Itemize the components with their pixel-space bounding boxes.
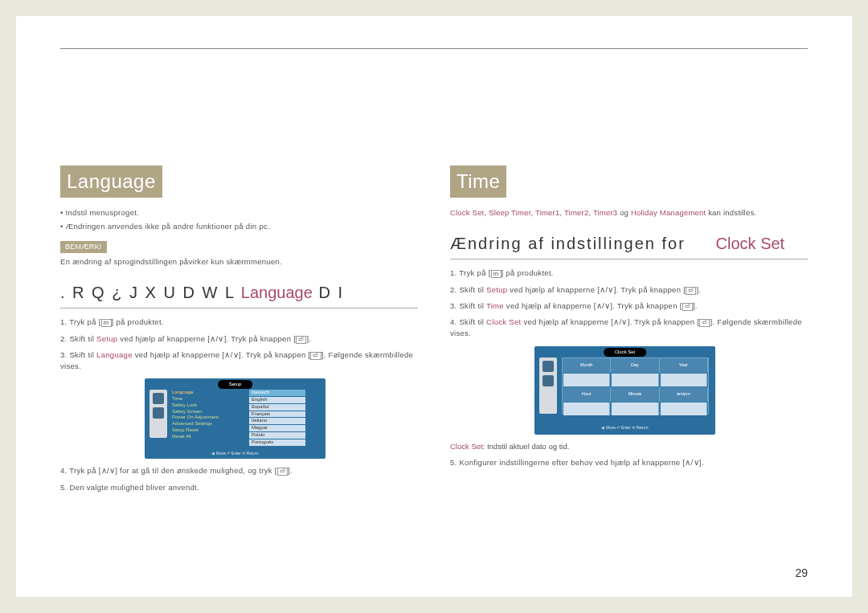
t: ]. Tryk på knappen [ [610,301,682,310]
t: Skift til [69,350,96,359]
step-2: 2. Skift til Setup ved hjælp af knappern… [60,333,418,345]
osd-header-cell: Minute [611,387,659,402]
gear-icon [542,375,554,386]
t-red: Clock Set [450,208,484,217]
t: Tryk på [ [69,317,100,326]
osd-title: Clock Set [604,348,647,357]
subhead-suffix: D I [318,284,344,301]
t: ved hjælp af knapperne [ [507,285,600,294]
t: Tryk på [ [459,268,490,277]
osd-header-row: Month Day Year [563,358,708,373]
osd-option: English [249,397,305,403]
two-column-layout: Language Indstil menusproget. Ændringen … [60,166,808,498]
osd-option: Français [249,411,305,418]
step-4: 4. Tryk på [∧/∨] for at gå til den ønske… [60,465,418,476]
t-red: Setup [96,334,117,343]
bullet-item: Ændringen anvendes ikke på andre funktio… [60,221,418,232]
config-language-heading: . R Q ¿ J X U D W L Language D I [60,280,418,309]
osd-value-cell [563,403,610,415]
t: Skift til [459,317,486,326]
t: ]. [288,466,293,475]
menu-icon: m [491,270,502,278]
osd-value-cell [661,403,707,415]
osd-header-cell: am/pm [660,387,708,402]
subhead-highlight: Clock Set [716,235,785,252]
osd-menu-item: Safety Lock [172,403,244,409]
t: ]. [306,334,311,343]
t: ]. Tryk på knappen [ [239,350,310,359]
osd-menu-item: Reset All [172,434,244,440]
t: ]. Tryk på knappen [ [628,317,699,326]
bullet-item: Indstil menusproget. [60,207,418,219]
clock-set-heading: Ændring af indstillingen for Clock Set [450,231,808,260]
osd-menu-item: Time [172,396,244,403]
right-column: Time Clock Set, Sleep Timer, Timer1, Tim… [450,166,808,498]
t: ]. Tryk på knappen [ [614,285,686,294]
t: Skift til [69,334,96,343]
language-bullets: Indstil menusproget. Ændringen anvendes … [60,207,418,233]
t: ved hjælp af knapperne [ [133,350,225,359]
t-red: Time [486,301,504,310]
t: kan indstilles. [706,208,756,217]
step-5: 5. Den valgte mulighed bliver anvendt. [60,482,418,493]
enter-icon: ⏎ [277,468,288,476]
step-1: 1. Tryk på [m] på produktet. [450,268,808,279]
note-badge: BEMÆRK! [60,241,107,254]
osd-value-cell [563,374,610,386]
osd-header-cell: Year [660,358,708,373]
t-red: Timer1 [535,208,559,217]
horizontal-rule [60,48,808,49]
t-red: Sleep Timer [489,208,530,217]
t-red: Holiday Management [631,208,706,217]
t: Skift til [459,285,486,294]
osd-option: Italiano [249,418,305,424]
osd-header-cell: Month [563,358,611,373]
t: Tryk på [ [69,466,100,475]
left-column: Language Indstil menusproget. Ændringen … [60,166,418,498]
osd-option: Português [249,439,305,446]
language-heading: Language [60,166,162,198]
osd-menu-item: Safety Screen [172,409,244,415]
osd-setup-screenshot: Setup Language Time Safety Lock Safety S… [145,378,326,459]
osd-value-cell [612,374,658,386]
step-4: 4. Skift til Clock Set ved hjælp af knap… [450,317,808,340]
step-1: 1. Tryk på [m] på produktet. [60,317,418,328]
gear-icon [153,407,164,419]
time-intro: Clock Set, Sleep Timer, Timer1, Timer2, … [450,207,808,219]
osd-option: Deutsch [249,390,305,396]
menu-icon: m [101,319,112,327]
t: Skift til [459,301,485,310]
osd-menu-item: Advanced Settings [172,421,244,427]
t: ved hjælp af knapperne [ [504,301,596,310]
t: ]. Tryk på knappen [ [224,334,296,343]
osd-sidebar [149,390,167,438]
enter-icon: ⏎ [310,352,321,360]
enter-icon: ⏎ [296,336,306,344]
t: Konfigurer indstillingerne efter behov v… [459,458,703,467]
t: Den valgte mulighed bliver anvendt. [69,483,199,492]
osd-menu-item: Setup Reset [172,427,244,434]
osd-value-row [563,373,708,387]
enter-icon: ⏎ [686,287,696,295]
step-2: 2. Skift til Setup ved hjælp af knappern… [450,284,808,296]
t-red: Setup [486,285,507,294]
osd-option: Español [249,404,305,411]
t-red: Clock Set [486,317,521,326]
t: ] på produktet. [502,268,554,277]
osd-value-cell [661,374,707,386]
subhead-prefix: . R Q ¿ J X U D W L [60,284,235,301]
clock-set-steps: 1. Tryk på [m] på produktet. 2. Skift ti… [450,268,808,339]
note-text: En ændring af sprogindstillingen påvirke… [60,256,418,268]
osd-header-cell: Hour [563,387,611,402]
page-number: 29 [795,566,808,579]
language-steps: 1. Tryk på [m] på produktet. 2. Skift ti… [60,317,418,372]
osd-footer: ◀ Move ⏎ Enter ⟲ Return [211,451,258,457]
subhead-prefix: Ændring af indstillingen for [450,235,686,252]
step-3: 3. Skift til Time ved hjælp af knapperne… [450,300,808,312]
clock-set-description: Clock Set: Indstil aktuel dato og tid. [450,441,808,452]
language-steps-cont: 4. Tryk på [∧/∨] for at gå til den ønske… [60,465,418,493]
osd-option: Magyar [249,425,305,431]
osd-menu-item: Language [172,390,244,396]
osd-title: Setup [218,380,253,389]
osd-clock-grid: Month Day Year Hour Minute am/pm [562,358,709,414]
